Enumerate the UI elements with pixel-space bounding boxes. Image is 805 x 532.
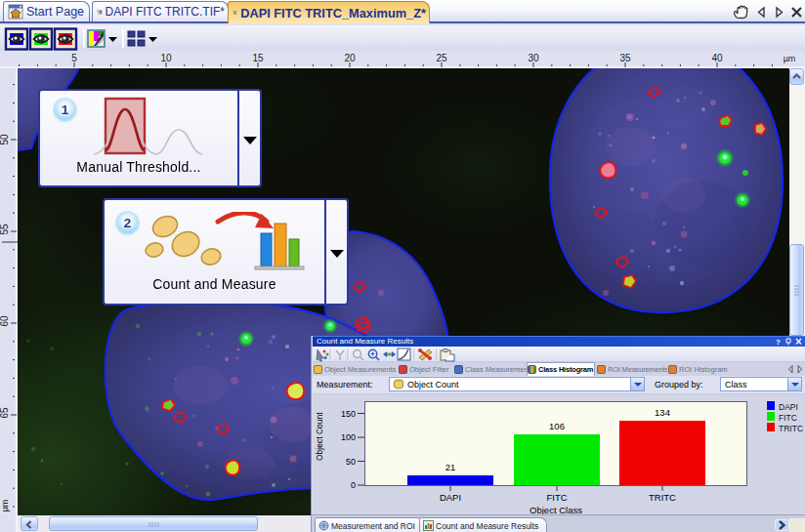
svg-text:5: 5: [71, 53, 77, 63]
svg-text:30: 30: [528, 53, 539, 63]
svg-text:25: 25: [436, 53, 447, 63]
svg-text:50: 50: [0, 134, 10, 145]
svg-text:0: 0: [351, 480, 356, 490]
svg-text:20: 20: [344, 53, 356, 63]
svg-text:15: 15: [252, 53, 264, 63]
svg-text:Object Count: Object Count: [315, 412, 324, 461]
svg-text:100: 100: [341, 432, 356, 442]
svg-text:65: 65: [0, 407, 10, 419]
svg-text:?: ?: [776, 338, 781, 346]
svg-text:60: 60: [0, 315, 10, 327]
svg-text:40: 40: [711, 53, 723, 63]
svg-text:50: 50: [346, 457, 356, 467]
svg-text:35: 35: [619, 53, 631, 63]
svg-text:µm: µm: [784, 54, 796, 63]
svg-text:µm: µm: [0, 500, 10, 512]
svg-text:150: 150: [341, 409, 356, 419]
svg-text:55: 55: [0, 224, 10, 235]
svg-text:10: 10: [160, 53, 172, 63]
